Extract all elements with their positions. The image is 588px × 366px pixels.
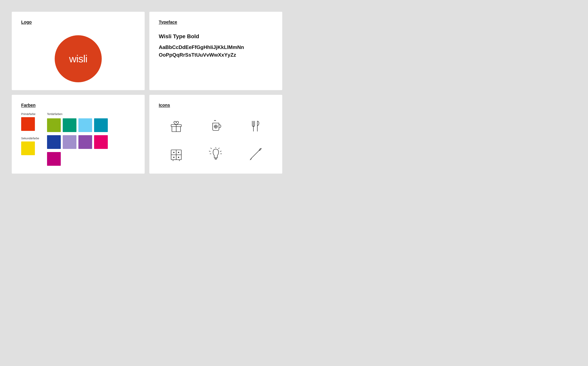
tertiary-swatch-7 <box>78 135 92 149</box>
farben-card: Farben Primärfarbe Sekundärfarbe Tertiär… <box>12 95 145 174</box>
lightbulb-icon <box>207 145 225 163</box>
primary-label: Primärfarbe <box>21 113 39 116</box>
cutlery-icon <box>247 117 264 135</box>
svg-point-12 <box>178 152 179 153</box>
typeface-title: Typeface <box>159 20 273 25</box>
icons-card: Icons <box>149 95 282 174</box>
farben-title: Farben <box>21 103 135 108</box>
svg-point-13 <box>173 157 175 158</box>
tertiary-swatch-5 <box>47 135 61 149</box>
svg-line-24 <box>209 151 210 152</box>
primary-color-swatch <box>21 117 35 131</box>
svg-line-22 <box>220 151 221 152</box>
logo-title: Logo <box>21 20 135 25</box>
dresser-icon <box>167 145 185 163</box>
secondary-label: Sekundärfarbe <box>21 137 39 140</box>
brush-icon <box>247 145 264 163</box>
tertiary-label: Tertiärfarben <box>47 113 108 116</box>
icons-grid <box>159 114 273 166</box>
tertiary-swatch-9 <box>47 152 61 166</box>
tertiary-swatch-4 <box>94 118 108 132</box>
main-grid: Logo wisli Typeface Wisli Type Bold AaBb… <box>0 0 294 183</box>
tertiary-swatch-2 <box>63 118 76 132</box>
svg-point-11 <box>173 152 175 153</box>
tertiary-swatch-8 <box>94 135 108 149</box>
tertiary-swatch-3 <box>78 118 92 132</box>
alphabet-line1: AaBbCcDdEeFfGgHhIiJjKkLlMmNn <box>159 44 244 50</box>
typeface-alphabet: AaBbCcDdEeFfGgHhIiJjKkLlMmNn OoPpQqRrSsT… <box>159 44 273 59</box>
tertiary-swatch-1 <box>47 118 61 132</box>
logo-card: Logo wisli <box>12 12 145 90</box>
secondary-color-swatch <box>21 141 35 155</box>
svg-line-23 <box>211 148 212 149</box>
gift-icon <box>167 117 185 135</box>
typeface-font-name: Wisli Type Bold <box>159 33 273 40</box>
logo-wordmark: wisli <box>69 53 87 65</box>
icons-title: Icons <box>159 103 273 108</box>
svg-line-27 <box>251 151 259 159</box>
alphabet-line2: OoPpQqRrSsTtUuVvWwXxYyZz <box>159 52 236 58</box>
coffee-icon <box>207 117 225 135</box>
svg-line-21 <box>219 148 219 149</box>
svg-point-14 <box>178 157 179 158</box>
typeface-card: Typeface Wisli Type Bold AaBbCcDdEeFfGgH… <box>149 12 282 90</box>
logo-circle: wisli <box>55 35 102 82</box>
tertiary-swatch-6 <box>63 135 76 149</box>
